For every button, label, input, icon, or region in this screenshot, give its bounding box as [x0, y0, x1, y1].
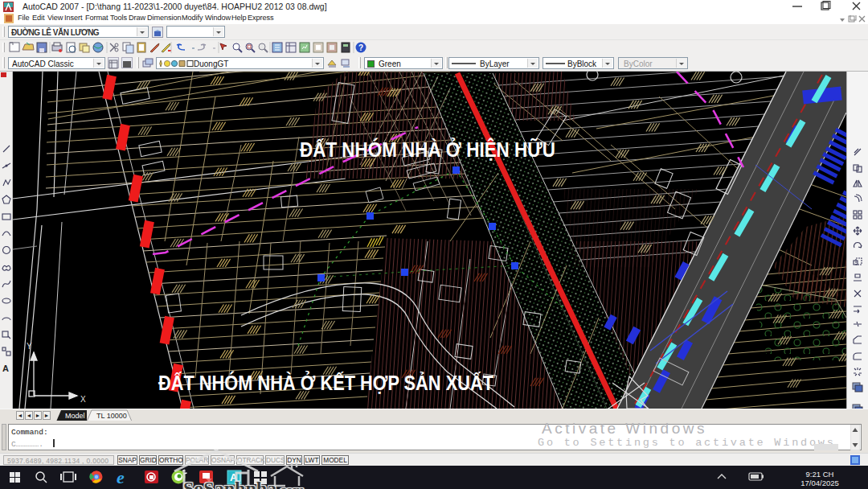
- svg-text:Model: Model: [65, 412, 85, 420]
- svg-text:17/04/2025: 17/04/2025: [800, 479, 839, 487]
- svg-text:e: e: [117, 467, 125, 487]
- svg-text:X: X: [80, 395, 86, 404]
- svg-text:ĐẤT NHÓM NHÀ Ở KẾT HỢP SẢN XUẤ: ĐẤT NHÓM NHÀ Ở KẾT HỢP SẢN XUẤT: [158, 370, 493, 395]
- svg-text:?: ?: [358, 43, 363, 52]
- svg-text:9:21 CH: 9:21 CH: [806, 470, 834, 479]
- svg-text:ĐẤT NHÓM NHÀ Ở HIỆN HỮU: ĐẤT NHÓM NHÀ Ở HIỆN HỮU: [300, 137, 555, 162]
- svg-text:TL 10000: TL 10000: [96, 412, 127, 420]
- svg-text:Y: Y: [27, 342, 32, 351]
- svg-text:A: A: [2, 364, 9, 373]
